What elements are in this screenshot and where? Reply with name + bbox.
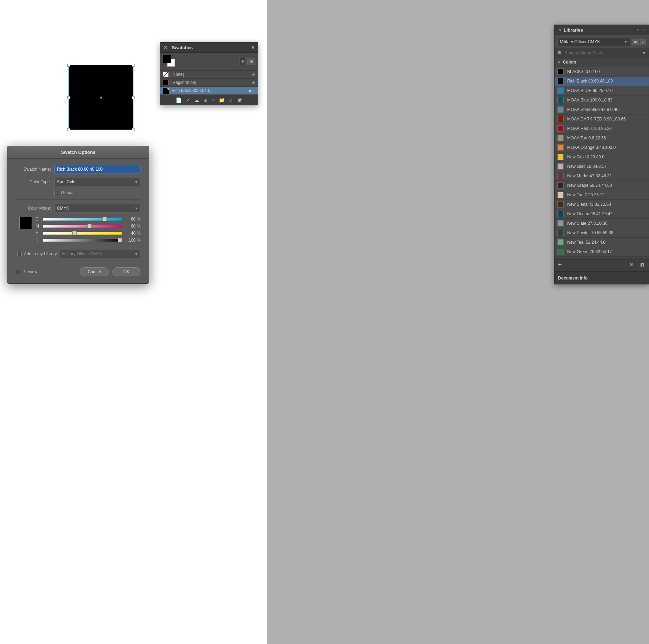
color-item-moaablue2[interactable]: MOAA Blue 100.0.18.83 bbox=[555, 96, 649, 105]
handle-lm[interactable] bbox=[67, 96, 70, 99]
color-swatch-moaaorange bbox=[557, 144, 564, 151]
swatches-cloud-icon[interactable]: ☁ bbox=[194, 97, 199, 103]
color-name-moaablue: MOAA BLUE 90.25.0.10 bbox=[567, 88, 612, 93]
swatch-richblack-cmyk-icon: ◈ bbox=[252, 89, 255, 93]
c-thumb[interactable] bbox=[103, 217, 107, 221]
color-item-richblack[interactable]: Rich Black 80.60.40.100 bbox=[555, 77, 649, 86]
m-thumb[interactable] bbox=[87, 224, 92, 228]
handle-rm[interactable] bbox=[132, 96, 135, 99]
color-item-moaaorange[interactable]: MOAA Orange 0.48.100.0 bbox=[555, 143, 649, 152]
swatches-trash-icon[interactable]: 🗑 bbox=[237, 97, 242, 103]
swatches-add-icon[interactable]: ↗ bbox=[186, 97, 190, 103]
list-view-btn[interactable]: ≡ bbox=[239, 58, 246, 65]
color-item-moaablue[interactable]: MOAA BLUE 90.25.0.10 bbox=[555, 86, 649, 96]
grid-view-btn[interactable]: ⊞ bbox=[247, 58, 255, 65]
cancel-button[interactable]: Cancel bbox=[80, 267, 109, 276]
color-swatch-newlilac bbox=[557, 163, 564, 170]
handle-bl[interactable] bbox=[67, 128, 70, 131]
add-library-checkbox[interactable] bbox=[17, 252, 22, 256]
color-name-newtan: New Tan 7.20.25.12 bbox=[567, 192, 605, 197]
swatches-grid-icon[interactable]: ⊞ bbox=[203, 97, 208, 103]
lib-add-button[interactable]: + bbox=[558, 261, 562, 269]
swatches-titlebar: ✕ Swatches ≡ bbox=[160, 42, 258, 53]
colors-section-title: Colors bbox=[563, 60, 576, 65]
libraries-expand-icon[interactable]: » bbox=[637, 27, 640, 33]
libraries-menu-icon[interactable]: ≡ bbox=[642, 27, 645, 33]
library-dropdown-wrapper[interactable]: Military Officer CMYK ▼ bbox=[60, 250, 140, 258]
library-dropdown[interactable]: Military Officer CMYK ▼ bbox=[60, 250, 140, 258]
lib-trash-icon[interactable]: 🗑 bbox=[640, 262, 645, 268]
k-thumb[interactable] bbox=[118, 238, 122, 242]
color-item-newslate[interactable]: New Slate 27.8.10.36 bbox=[555, 219, 649, 228]
color-name-moaaorange: MOAA Orange 0.48.100.0 bbox=[567, 145, 616, 150]
c-label: C bbox=[35, 217, 41, 222]
lib-list-btn[interactable]: ≡ bbox=[640, 39, 646, 45]
color-item-newsiena[interactable]: New Siena 43.81.72.63 bbox=[555, 200, 649, 209]
color-item-moaasteelblue[interactable]: MOAA Steel Blue 42.8.0.40 bbox=[555, 105, 649, 114]
m-value: 60 bbox=[124, 224, 136, 229]
swatches-folder-icon[interactable]: 📁 bbox=[219, 97, 225, 103]
swatches-close-icon[interactable]: ✕ bbox=[164, 45, 168, 50]
color-item-moaared[interactable]: MOAA Red 0.100.96.28 bbox=[555, 124, 649, 133]
lib-bottom-icons: 👁 🗑 bbox=[629, 262, 645, 268]
preview-row: Preview bbox=[16, 269, 38, 274]
ok-button[interactable]: OK bbox=[112, 267, 140, 276]
global-checkbox[interactable] bbox=[54, 191, 59, 195]
btn-group: Cancel OK bbox=[80, 267, 140, 276]
y-thumb[interactable] bbox=[72, 231, 77, 235]
library-name-dropdown[interactable]: Military Officer CMYK ▼ bbox=[557, 37, 630, 46]
library-search-bar[interactable]: 🔍 ▼ bbox=[555, 49, 649, 58]
m-track[interactable] bbox=[43, 225, 122, 228]
swatch-richblack-color bbox=[163, 88, 169, 93]
swatches-new-icon[interactable]: 📄 bbox=[176, 97, 182, 103]
libraries-close-icon[interactable]: ✕ bbox=[558, 27, 562, 32]
color-mode-select-wrapper[interactable]: CMYK ▼ bbox=[54, 204, 140, 212]
handle-tr[interactable] bbox=[132, 64, 135, 67]
color-item-newgrape[interactable]: New Grape 68.74.44.60 bbox=[555, 181, 649, 190]
swatches-list-icon[interactable]: ≡ bbox=[212, 97, 215, 103]
color-type-value: Spot Color bbox=[57, 179, 77, 184]
lib-grid-btn[interactable]: ⊞ bbox=[632, 39, 639, 45]
color-item-newteal[interactable]: New Teal 51.24.44.0 bbox=[555, 238, 649, 247]
color-name-newgreen: New Green 76.33.64.17 bbox=[567, 249, 612, 254]
handle-tl[interactable] bbox=[67, 64, 70, 67]
search-chevron-icon[interactable]: ▼ bbox=[642, 51, 646, 55]
y-track[interactable] bbox=[43, 232, 122, 235]
color-item-newgreen[interactable]: New Green 76.33.64.17 bbox=[555, 247, 649, 257]
library-row: Add to my Library Military Officer CMYK … bbox=[16, 250, 140, 258]
color-type-select-wrapper[interactable]: Spot Color ▼ bbox=[54, 178, 140, 186]
color-item-black[interactable]: BLACK 0.0.0.100 bbox=[555, 67, 649, 77]
k-track[interactable] bbox=[43, 239, 122, 242]
color-item-newpewter[interactable]: New Pewter 70.55.59.38 bbox=[555, 228, 649, 238]
colors-section-header[interactable]: ▼ Colors bbox=[555, 58, 649, 67]
color-item-moaatan[interactable]: MOAA Tan 0.8.22.56 bbox=[555, 133, 649, 143]
document-info-bar: Document Info bbox=[555, 271, 649, 284]
swatch-none-item[interactable]: [None] ⊘ bbox=[160, 71, 258, 79]
swatches-panel-menu-icon[interactable]: ≡ bbox=[251, 45, 254, 50]
color-name-richblack: Rich Black 80.60.40.100 bbox=[567, 79, 613, 84]
library-name-arrow-icon: ▼ bbox=[624, 40, 628, 44]
swatch-richblack-item[interactable]: Rich Black 80.60.40... ◼ ◈ bbox=[160, 87, 258, 95]
handle-br[interactable] bbox=[132, 128, 135, 131]
color-swatch-newmerlot bbox=[557, 173, 564, 179]
c-track[interactable] bbox=[43, 218, 122, 221]
color-item-newmerlot[interactable]: New Merlot 47.82.48.31 bbox=[555, 171, 649, 181]
color-item-newtan[interactable]: New Tan 7.20.25.12 bbox=[555, 190, 649, 200]
color-item-newocean[interactable]: New Ocean 98.41.29.42 bbox=[555, 209, 649, 219]
swatch-name-input[interactable] bbox=[54, 165, 140, 173]
canvas-object[interactable] bbox=[68, 65, 133, 130]
color-mode-select[interactable]: CMYK ▼ bbox=[54, 204, 140, 212]
color-swatch-newgrape bbox=[557, 182, 564, 189]
lib-eye-icon[interactable]: 👁 bbox=[629, 262, 635, 268]
swatches-export-icon[interactable]: ↙ bbox=[229, 97, 233, 103]
m-label: M bbox=[35, 224, 41, 229]
color-item-newgold[interactable]: New Gold 0.23.80.0 bbox=[555, 152, 649, 162]
color-item-newlilac[interactable]: New Lilac 19.34.8.17 bbox=[555, 162, 649, 171]
library-search-input[interactable] bbox=[565, 51, 642, 55]
swatch-reg-item[interactable]: [Registration] ⊕ bbox=[160, 79, 258, 87]
color-name-newlilac: New Lilac 19.34.8.17 bbox=[567, 164, 607, 169]
color-item-moaadarkred[interactable]: MOAA DARK RED 0.90.100.66 bbox=[555, 114, 649, 124]
preview-checkbox[interactable] bbox=[16, 270, 20, 274]
handle-center[interactable] bbox=[100, 97, 102, 99]
color-type-select[interactable]: Spot Color ▼ bbox=[54, 178, 140, 186]
